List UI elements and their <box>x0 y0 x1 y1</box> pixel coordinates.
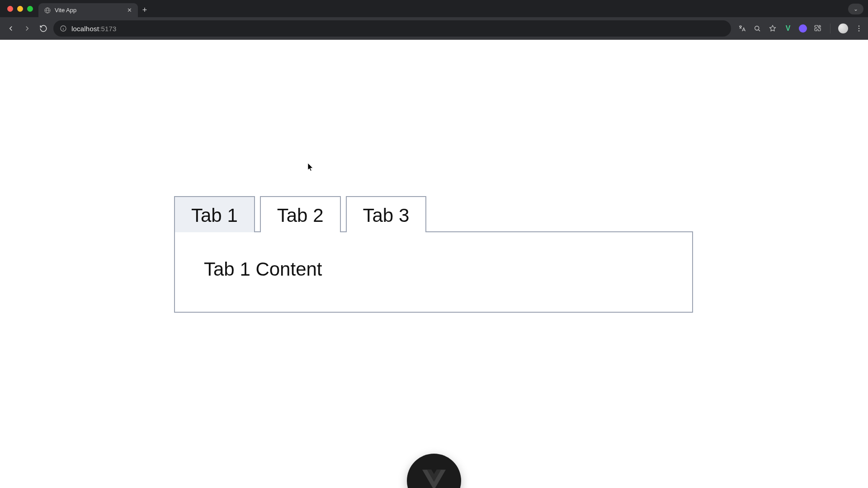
tab-3[interactable]: Tab 3 <box>346 196 427 232</box>
address-bar-host: localhost <box>71 25 99 33</box>
mouse-cursor-icon <box>307 163 314 172</box>
tabs-dropdown-button[interactable]: ⌄ <box>848 4 863 14</box>
tab-panel-content: Tab 1 Content <box>204 258 663 280</box>
svg-point-5 <box>859 30 859 31</box>
page-viewport: Tab 1 Tab 2 Tab 3 Tab 1 Content <box>0 40 868 488</box>
tab-label: Tab 3 <box>363 205 410 226</box>
kebab-menu-icon[interactable] <box>854 24 863 33</box>
window-close-button[interactable] <box>7 6 13 12</box>
address-bar[interactable]: localhost:5173 <box>53 20 731 37</box>
bookmark-star-icon[interactable] <box>768 24 777 33</box>
close-icon[interactable]: ✕ <box>126 7 132 14</box>
window-traffic-lights <box>5 0 38 17</box>
browser-chrome: Vite App ✕ + ⌄ localhost:5173 <box>0 0 868 40</box>
browser-tab-title: Vite App <box>55 7 123 14</box>
extensions-puzzle-icon[interactable] <box>813 24 822 33</box>
browser-tabstrip: Vite App ✕ + ⌄ <box>0 0 868 17</box>
vue-logo-icon <box>422 468 446 488</box>
zoom-icon[interactable] <box>753 24 762 33</box>
toolbar-right: V <box>735 23 863 33</box>
address-bar-port: :5173 <box>99 25 117 33</box>
browser-toolbar: localhost:5173 V <box>0 17 868 40</box>
tab-2[interactable]: Tab 2 <box>260 196 341 232</box>
window-maximize-button[interactable] <box>27 6 33 12</box>
translate-icon[interactable] <box>737 24 746 33</box>
tab-panel: Tab 1 Content <box>174 231 693 313</box>
tab-label: Tab 1 <box>191 205 238 226</box>
vue-devtools-extension-icon[interactable]: V <box>783 24 793 33</box>
svg-point-4 <box>859 28 859 29</box>
browser-tab[interactable]: Vite App ✕ <box>38 3 138 17</box>
tabbed-app: Tab 1 Tab 2 Tab 3 Tab 1 Content <box>174 196 693 313</box>
toolbar-separator <box>830 23 830 33</box>
vue-devtools-bubble[interactable] <box>407 454 461 488</box>
back-button[interactable] <box>5 22 17 35</box>
reload-button[interactable] <box>37 22 50 35</box>
new-tab-button[interactable]: + <box>138 3 151 17</box>
svg-point-2 <box>755 26 759 30</box>
chevron-down-icon: ⌄ <box>854 6 858 12</box>
tab-label: Tab 2 <box>277 205 324 226</box>
svg-point-3 <box>859 26 859 27</box>
forward-button[interactable] <box>21 22 33 35</box>
tab-1[interactable]: Tab 1 <box>174 196 255 232</box>
site-info-icon[interactable] <box>60 25 67 32</box>
tabs-header: Tab 1 Tab 2 Tab 3 <box>174 196 693 232</box>
profile-avatar[interactable] <box>838 23 848 33</box>
globe-icon <box>44 7 51 14</box>
extension-icon[interactable] <box>799 24 807 33</box>
window-minimize-button[interactable] <box>17 6 23 12</box>
address-bar-url: localhost:5173 <box>71 25 117 33</box>
